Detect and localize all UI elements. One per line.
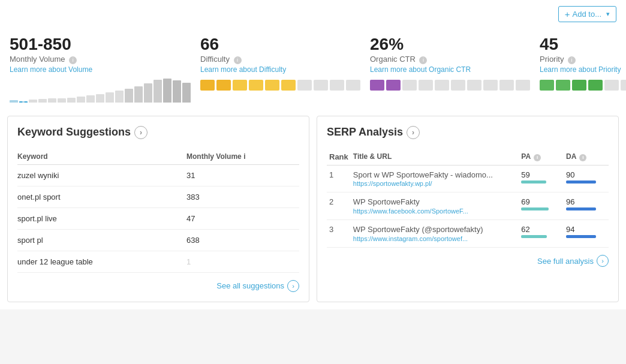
plus-icon: + <box>565 9 570 19</box>
da-value: 94 <box>566 225 606 234</box>
info-icon-difficulty[interactable]: i <box>234 56 242 64</box>
seg <box>451 80 465 91</box>
seg <box>346 80 360 91</box>
keyword-suggestions-panel: Keyword Suggestions › Keyword Monthly Vo… <box>7 116 309 302</box>
col-header-pa: PA i <box>519 149 564 166</box>
seg <box>233 80 247 91</box>
see-full-arrow-icon: › <box>597 255 609 267</box>
da-bar <box>566 181 596 183</box>
bar <box>48 98 56 103</box>
seg <box>556 80 570 91</box>
seg <box>265 80 279 91</box>
title-cell: WP SportoweFakty (@sportowefakty)https:/… <box>351 220 519 248</box>
serp-analysis-title: SERP Analysis › <box>327 126 609 139</box>
pa-cell: 62 <box>519 220 564 248</box>
rank-cell: 1 <box>327 165 351 192</box>
seg <box>483 80 498 91</box>
metric-label-monthly-volume: Monthly Volume i <box>10 55 191 64</box>
metric-value-difficulty: 66 <box>200 34 360 55</box>
bar <box>96 94 104 103</box>
serp-url[interactable]: https://www.instagram.com/sportowef... <box>353 235 517 242</box>
keyword-table-row: zuzel wyniki31 <box>17 164 299 186</box>
bar <box>106 92 114 103</box>
keyword-cell: onet.pl sport <box>17 186 186 207</box>
seg <box>330 80 344 91</box>
pa-cell: 59 <box>519 165 564 192</box>
bar <box>19 101 28 103</box>
pa-bar <box>521 181 546 183</box>
bar <box>58 98 66 103</box>
panels-row: Keyword Suggestions › Keyword Monthly Vo… <box>0 109 626 309</box>
bar <box>144 83 152 103</box>
keyword-cell: under 12 league table <box>17 251 186 272</box>
serp-analysis-nav-icon[interactable]: › <box>407 126 420 139</box>
keyword-cell: zuzel wyniki <box>17 164 186 186</box>
serp-table-row: 3WP SportoweFakty (@sportowefakty)https:… <box>327 220 609 248</box>
seg <box>281 80 296 91</box>
title-cell: Sport w WP SportoweFakty - wiadomo...htt… <box>351 165 519 192</box>
col-header-rank: Rank <box>327 149 351 166</box>
keyword-suggestions-nav-icon[interactable]: › <box>134 126 148 139</box>
metric-link-difficulty[interactable]: Learn more about Difficulty <box>200 65 360 74</box>
da-bar <box>566 207 596 210</box>
metric-link-monthly-volume[interactable]: Learn more about Volume <box>10 65 191 74</box>
info-icon-da[interactable]: i <box>579 154 586 161</box>
da-cell: 96 <box>564 192 609 220</box>
see-all-suggestions-link[interactable]: See all suggestions › <box>17 280 299 292</box>
col-header-da: DA i <box>564 149 609 166</box>
metric-monthly-volume: 501-850 Monthly Volume i Learn more abou… <box>10 34 200 109</box>
ctr-segment-bar <box>370 80 530 91</box>
metric-label-organic-ctr: Organic CTR i <box>370 55 530 64</box>
app-container: + Add to... ▾ 501-850 Monthly Volume i L… <box>0 0 626 309</box>
info-icon-volume-col[interactable]: i <box>243 152 245 161</box>
serp-title: WP SportoweFakty (@sportowefakty) <box>353 225 483 234</box>
top-bar: + Add to... ▾ <box>0 0 626 28</box>
difficulty-segment-bar <box>200 80 360 91</box>
seg <box>467 80 481 91</box>
seg <box>540 80 554 91</box>
serp-url[interactable]: https://sportowefakty.wp.pl/ <box>353 180 517 187</box>
info-icon-monthly-volume[interactable]: i <box>69 56 77 64</box>
rank-cell: 2 <box>327 192 351 220</box>
seg <box>386 80 401 91</box>
seg <box>621 80 626 91</box>
info-icon-pa[interactable]: i <box>534 154 541 161</box>
seg <box>419 80 433 91</box>
seg <box>499 80 514 91</box>
keyword-table-row: sport.pl live47 <box>17 207 299 229</box>
bar <box>10 100 18 103</box>
see-all-arrow-icon: › <box>287 280 299 292</box>
bar <box>163 79 171 103</box>
pa-value: 62 <box>521 225 561 234</box>
col-header-volume: Monthly Volume i <box>186 149 299 165</box>
bar <box>182 83 191 103</box>
bar <box>115 91 124 103</box>
keyword-cell: sport.pl live <box>17 207 186 229</box>
add-to-label: Add to... <box>573 10 601 19</box>
rank-cell: 3 <box>327 220 351 248</box>
info-icon-priority[interactable]: i <box>568 56 576 64</box>
metric-label-difficulty: Difficulty i <box>200 55 360 64</box>
serp-table-row: 1Sport w WP SportoweFakty - wiadomo...ht… <box>327 165 609 192</box>
metric-link-organic-ctr[interactable]: Learn more about Organic CTR <box>370 65 530 74</box>
info-icon-organic-ctr[interactable]: i <box>419 56 427 64</box>
seg <box>297 80 312 91</box>
pa-bar <box>521 207 549 210</box>
metric-priority: 45 Priority i Learn more about Priority <box>540 34 626 109</box>
metric-value-organic-ctr: 26% <box>370 34 530 55</box>
pa-value: 59 <box>521 170 561 179</box>
add-to-button[interactable]: + Add to... ▾ <box>558 6 616 22</box>
metric-link-priority[interactable]: Learn more about Priority <box>540 65 626 74</box>
keyword-table-row: onet.pl sport383 <box>17 186 299 207</box>
seg <box>402 80 417 91</box>
bar <box>67 98 76 103</box>
see-full-analysis-link[interactable]: See full analysis › <box>327 255 609 267</box>
bar <box>86 95 95 103</box>
serp-url[interactable]: https://www.facebook.com/SportoweF... <box>353 207 517 215</box>
metric-organic-ctr: 26% Organic CTR i Learn more about Organ… <box>370 34 540 109</box>
da-cell: 90 <box>564 165 609 192</box>
volume-bar-chart <box>10 79 191 103</box>
pa-value: 69 <box>521 197 561 206</box>
serp-analysis-table: Rank Title & URL PA i DA i <box>327 149 609 248</box>
bar <box>29 100 37 103</box>
